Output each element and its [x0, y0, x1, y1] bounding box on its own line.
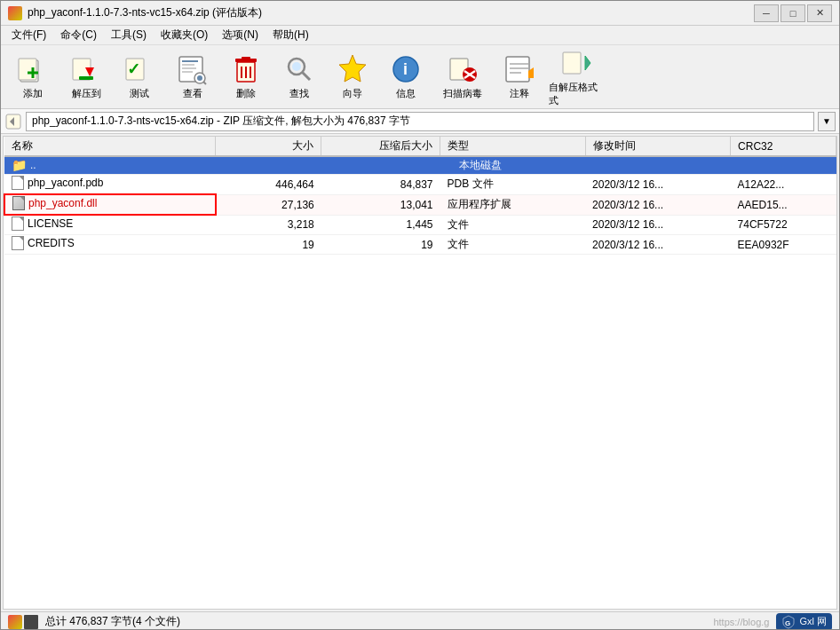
col-header-size[interactable]: 大小 — [216, 137, 321, 156]
app-icon — [8, 6, 22, 20]
col-header-type[interactable]: 类型 — [440, 137, 586, 156]
svg-rect-6 — [79, 76, 93, 80]
menu-tools[interactable]: 工具(S) — [104, 26, 154, 44]
svg-line-24 — [302, 72, 310, 80]
status-total: 总计 476,837 字节(4 个文件) — [45, 614, 180, 629]
toolbar-delete-label: 删除 — [236, 87, 256, 100]
toolbar-info-button[interactable]: i 信息 — [381, 49, 431, 106]
scan-icon — [447, 53, 479, 85]
svg-rect-10 — [182, 60, 198, 62]
svg-text:G: G — [785, 619, 790, 627]
toolbar-add-label: 添加 — [23, 87, 43, 100]
wizard-icon — [337, 53, 368, 85]
svg-text:i: i — [403, 60, 408, 78]
table-row[interactable]: php_yaconf.pdb446,46484,837PDB 文件2020/3/… — [4, 175, 836, 195]
toolbar-wizard-button[interactable]: 向导 — [328, 49, 377, 106]
toolbar-test-label: 测试 — [130, 87, 149, 100]
status-icons — [8, 615, 38, 629]
toolbar: 添加 解压到 ✓ 测试 — [1, 45, 839, 109]
status-bar: 总计 476,837 字节(4 个文件) https://blog.g G Gx… — [1, 611, 839, 630]
toolbar-selfext-label: 自解压格式式 — [549, 81, 604, 107]
svg-line-16 — [203, 82, 206, 84]
svg-marker-39 — [585, 56, 590, 70]
svg-rect-19 — [242, 57, 250, 60]
address-dropdown[interactable]: ▼ — [818, 112, 836, 131]
menu-command[interactable]: 命令(C) — [53, 26, 104, 44]
status-left: 总计 476,837 字节(4 个文件) — [8, 614, 180, 629]
table-header-row: 名称 大小 压缩后大小 类型 修改时间 CRC32 — [4, 137, 836, 156]
toolbar-delete-button[interactable]: 删除 — [221, 49, 271, 106]
status-drive-icon — [24, 615, 38, 629]
test-icon: ✓ — [123, 53, 155, 85]
svg-text:✓: ✓ — [127, 60, 140, 78]
nav-back-icon[interactable] — [4, 113, 22, 130]
table-row[interactable]: LICENSE3,2181,445文件2020/3/12 16...74CF57… — [4, 215, 836, 235]
toolbar-scan-button[interactable]: 扫描病毒 — [434, 49, 491, 106]
toolbar-view-button[interactable]: 查看 — [168, 49, 218, 106]
main-content: 名称 大小 压缩后大小 类型 修改时间 CRC32 📁 .. 本地磁盘 php_… — [1, 134, 839, 611]
toolbar-test-button[interactable]: ✓ 测试 — [115, 49, 164, 106]
delete-icon — [230, 53, 262, 85]
svg-point-15 — [197, 75, 202, 81]
maximize-button[interactable]: □ — [781, 4, 805, 22]
address-bar: ▼ — [1, 109, 839, 134]
toolbar-info-label: 信息 — [396, 87, 416, 100]
svg-rect-12 — [182, 67, 196, 69]
logo-badge: G Gxl 网 — [776, 613, 832, 631]
file-table: 名称 大小 压缩后大小 类型 修改时间 CRC32 📁 .. 本地磁盘 php_… — [4, 137, 836, 255]
svg-point-25 — [292, 62, 301, 71]
toolbar-comment-button[interactable]: 注释 — [495, 49, 544, 106]
toolbar-view-label: 查看 — [183, 87, 202, 100]
menu-bar: 文件(F) 命令(C) 工具(S) 收藏夹(O) 选项(N) 帮助(H) — [1, 26, 839, 45]
col-header-mtime[interactable]: 修改时间 — [585, 137, 731, 156]
title-bar: php_yaconf-1.1.0-7.3-nts-vc15-x64.zip (评… — [1, 1, 839, 26]
menu-help[interactable]: 帮助(H) — [265, 26, 316, 44]
find-icon — [283, 53, 315, 85]
window-title: php_yaconf-1.1.0-7.3-nts-vc15-x64.zip (评… — [28, 5, 262, 20]
menu-options[interactable]: 选项(N) — [215, 26, 265, 44]
svg-rect-13 — [182, 71, 193, 73]
view-icon — [177, 53, 209, 85]
shield-icon: G — [781, 615, 796, 629]
toolbar-selfext-button[interactable]: 自解压格式式 — [548, 49, 605, 106]
toolbar-add-button[interactable]: 添加 — [8, 49, 58, 106]
extract-icon — [70, 53, 102, 85]
toolbar-extract-button[interactable]: 解压到 — [61, 49, 111, 106]
svg-rect-11 — [182, 64, 194, 66]
selfext-icon — [560, 47, 592, 79]
comment-icon — [503, 53, 535, 85]
svg-rect-38 — [563, 52, 581, 74]
col-header-crc[interactable]: CRC32 — [731, 137, 836, 156]
toolbar-extract-label: 解压到 — [72, 87, 101, 100]
toolbar-scan-label: 扫描病毒 — [443, 87, 482, 100]
col-header-name[interactable]: 名称 — [4, 137, 216, 156]
address-input[interactable] — [26, 112, 814, 131]
table-row[interactable]: 📁 .. 本地磁盘 — [4, 156, 836, 175]
menu-favorites[interactable]: 收藏夹(O) — [154, 26, 215, 44]
title-controls: ─ □ ✕ — [754, 4, 832, 22]
info-icon: i — [390, 53, 422, 85]
svg-rect-33 — [506, 57, 529, 82]
toolbar-find-label: 查找 — [289, 87, 309, 100]
add-icon — [17, 53, 49, 85]
logo-text: Gxl 网 — [799, 615, 827, 628]
status-right: https://blog.g G Gxl 网 — [713, 613, 832, 631]
table-row[interactable]: CREDITS1919文件2020/3/12 16...EEA0932F — [4, 235, 836, 255]
menu-file[interactable]: 文件(F) — [4, 26, 53, 44]
toolbar-wizard-label: 向导 — [343, 87, 362, 100]
svg-marker-26 — [339, 55, 366, 82]
table-row[interactable]: php_yaconf.dll27,13613,041应用程序扩展2020/3/1… — [4, 194, 836, 215]
toolbar-find-button[interactable]: 查找 — [274, 49, 324, 106]
col-header-csize[interactable]: 压缩后大小 — [321, 137, 440, 156]
status-app-icon — [8, 615, 22, 629]
file-list[interactable]: 名称 大小 压缩后大小 类型 修改时间 CRC32 📁 .. 本地磁盘 php_… — [3, 136, 837, 610]
title-bar-left: php_yaconf-1.1.0-7.3-nts-vc15-x64.zip (评… — [8, 5, 262, 20]
close-button[interactable]: ✕ — [807, 4, 832, 22]
watermark-text: https://blog.g — [713, 617, 769, 627]
toolbar-comment-label: 注释 — [510, 87, 529, 100]
minimize-button[interactable]: ─ — [754, 4, 779, 22]
